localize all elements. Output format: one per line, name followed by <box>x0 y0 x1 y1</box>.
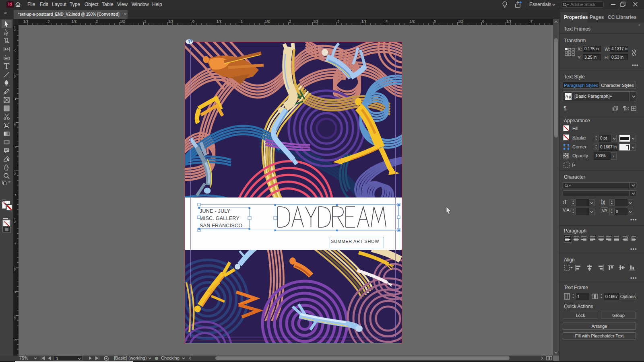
svg-text:A: A <box>603 202 605 206</box>
svg-text:SUMMER ART SHOW: SUMMER ART SHOW <box>331 239 379 244</box>
svg-text:JUNE - JULY: JUNE - JULY <box>200 208 231 214</box>
svg-text:MISC. GALLERY: MISC. GALLERY <box>200 216 239 221</box>
svg-text:SAN FRANCISCO: SAN FRANCISCO <box>200 223 242 228</box>
svg-text:T: T <box>7 200 10 205</box>
